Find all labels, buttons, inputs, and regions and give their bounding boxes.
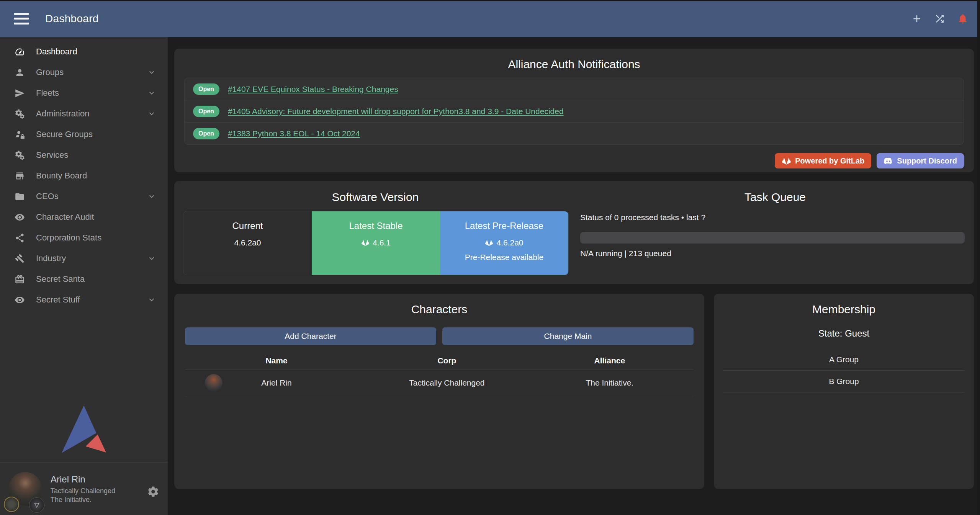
task-queue-progress-bar	[580, 232, 965, 244]
version-cell-prerelease: Latest Pre-Release 4.6.2a0 Pre-Release a…	[440, 211, 568, 275]
sidebar-item-groups[interactable]: Groups	[0, 62, 168, 83]
cogs-icon	[13, 108, 26, 119]
window-top-edge	[0, 0, 980, 1]
version-table: Current 4.6.2a0 Latest Stable 4.6.1 Late…	[183, 211, 569, 275]
change-main-button[interactable]: Change Main	[442, 327, 694, 345]
hamburger-menu-icon[interactable]	[14, 13, 29, 25]
gitlab-tanuki-icon	[361, 239, 370, 247]
gitlab-badge[interactable]: Powered by GitLab	[775, 153, 871, 168]
plus-icon[interactable]	[910, 12, 923, 25]
eye-icon	[13, 211, 26, 223]
alliance-auth-logo	[0, 405, 168, 453]
user-avatar: ▽	[8, 472, 42, 506]
chevron-down-icon	[147, 295, 156, 304]
version-number[interactable]: 4.6.1	[373, 238, 391, 247]
table-header-row: Name Corp Alliance	[185, 352, 694, 369]
sidebar-item-label: Bounty Board	[36, 171, 87, 181]
sidebar-item-dashboard[interactable]: Dashboard	[0, 41, 168, 62]
characters-table: Name Corp Alliance Ariel Rin Tactically …	[185, 352, 694, 396]
list-item: Open #1407 EVE Equinox Status - Breaking…	[185, 78, 964, 100]
sidebar-item-label: Fleets	[36, 88, 59, 98]
shuffle-icon[interactable]	[933, 12, 946, 25]
version-number: 4.6.2a0	[183, 238, 312, 247]
version-cell-label: Latest Stable	[312, 221, 440, 231]
external-badges: Powered by GitLab Support Discord	[775, 153, 964, 168]
sidebar-item-label: Dashboard	[36, 47, 77, 57]
sidebar-item-label: Secure Groups	[36, 129, 93, 139]
sidebar-item-corporation-stats[interactable]: Corporation Stats	[0, 227, 168, 248]
cell-character-alliance: The Initiative.	[526, 378, 694, 387]
panel-title: Membership	[714, 294, 974, 316]
chevron-down-icon	[147, 88, 156, 98]
user-name: Ariel Rin	[51, 474, 115, 485]
list-item: Open #1405 Advisory: Future development …	[185, 100, 964, 122]
sidebar-user-panel: ▽ Ariel Rin Tactically Challenged The In…	[0, 462, 168, 515]
notification-link[interactable]: #1383 Python 3.8 EOL - 14 Oct 2024	[228, 129, 360, 138]
user-corp: Tactically Challenged	[51, 487, 115, 495]
discord-badge-label: Support Discord	[897, 157, 957, 165]
chevron-down-icon	[147, 192, 156, 201]
tachometer-icon	[13, 46, 26, 57]
folder-icon	[13, 191, 26, 202]
bell-notification-icon[interactable]	[956, 12, 969, 25]
discord-icon	[883, 156, 893, 166]
user-alliance: The Initiative.	[51, 495, 115, 504]
column-header-alliance: Alliance	[526, 356, 694, 365]
chevron-down-icon	[147, 68, 156, 77]
panel-title: Alliance Auth Notifications	[174, 49, 974, 71]
version-cell-label: Latest Pre-Release	[440, 221, 568, 231]
alliance-auth-notifications-panel: Alliance Auth Notifications Open #1407 E…	[174, 49, 974, 172]
list-item-group: B Group	[723, 371, 965, 392]
task-queue-status: Status of 0 processed tasks • last ?	[580, 213, 965, 222]
cell-character-corp: Tactically Challenged	[368, 378, 526, 387]
version-cell-stable: Latest Stable 4.6.1	[312, 211, 440, 275]
gitlab-tanuki-icon	[485, 239, 493, 247]
user-icon	[13, 67, 26, 78]
cogs-icon	[13, 149, 26, 161]
sidebar-item-bounty-board[interactable]: Bounty Board	[0, 165, 168, 186]
sidebar-item-label: Secret Santa	[36, 274, 85, 284]
sidebar-item-administration[interactable]: Administration	[0, 103, 168, 124]
sidebar-item-label: Character Audit	[36, 212, 94, 222]
sidebar-item-fleets[interactable]: Fleets	[0, 83, 168, 103]
membership-panel: Membership State: Guest A Group B Group	[714, 294, 974, 489]
alliance-logo-badge: ▽	[29, 497, 44, 513]
sidebar-menu: Dashboard Groups Fleets	[0, 37, 168, 310]
sidebar-item-label: Groups	[36, 67, 64, 77]
corp-logo-badge	[4, 497, 19, 512]
version-number[interactable]: 4.6.2a0	[496, 238, 523, 247]
sidebar-item-label: Corporation Stats	[36, 233, 101, 243]
status-badge: Open	[193, 83, 219, 95]
chevron-down-icon	[147, 109, 156, 118]
alliance-auth-dashboard: Dashboard Dashboard	[0, 0, 980, 515]
sidebar-item-services[interactable]: Services	[0, 145, 168, 165]
add-character-button[interactable]: Add Character	[185, 327, 436, 345]
column-header-corp: Corp	[368, 356, 526, 365]
sidebar-item-secret-santa[interactable]: Secret Santa	[0, 269, 168, 289]
discord-badge[interactable]: Support Discord	[877, 153, 964, 168]
sidebar-item-secure-groups[interactable]: Secure Groups	[0, 124, 168, 145]
sidebar-item-ceos[interactable]: CEOs	[0, 186, 168, 207]
table-row: Ariel Rin Tactically Challenged The Init…	[185, 369, 694, 396]
sidebar-item-secret-stuff[interactable]: Secret Stuff	[0, 289, 168, 310]
page-title: Dashboard	[45, 13, 99, 25]
software-version-task-queue-panel: Software Version Task Queue Current 4.6.…	[174, 181, 974, 284]
navbar-actions	[910, 12, 969, 25]
sidebar: Dashboard Groups Fleets	[0, 37, 168, 515]
version-cell-current: Current 4.6.2a0	[183, 211, 312, 275]
gifts-icon	[13, 273, 26, 285]
notification-link[interactable]: #1405 Advisory: Future development will …	[228, 107, 564, 116]
membership-state: State: Guest	[714, 328, 974, 339]
scrollbar-track[interactable]	[977, 0, 980, 515]
character-actions: Add Character Change Main	[185, 327, 694, 345]
panel-title: Characters	[174, 294, 704, 316]
notification-link[interactable]: #1407 EVE Equinox Status - Breaking Chan…	[228, 85, 398, 94]
notifications-list: Open #1407 EVE Equinox Status - Breaking…	[184, 78, 964, 145]
settings-gear-icon[interactable]	[147, 486, 159, 498]
sidebar-item-label: CEOs	[36, 191, 59, 201]
sidebar-item-character-audit[interactable]: Character Audit	[0, 207, 168, 227]
software-version-title: Software Version	[174, 191, 576, 204]
sidebar-item-industry[interactable]: Industry	[0, 248, 168, 269]
status-badge: Open	[193, 128, 219, 139]
prerelease-note: Pre-Release available	[440, 253, 568, 262]
